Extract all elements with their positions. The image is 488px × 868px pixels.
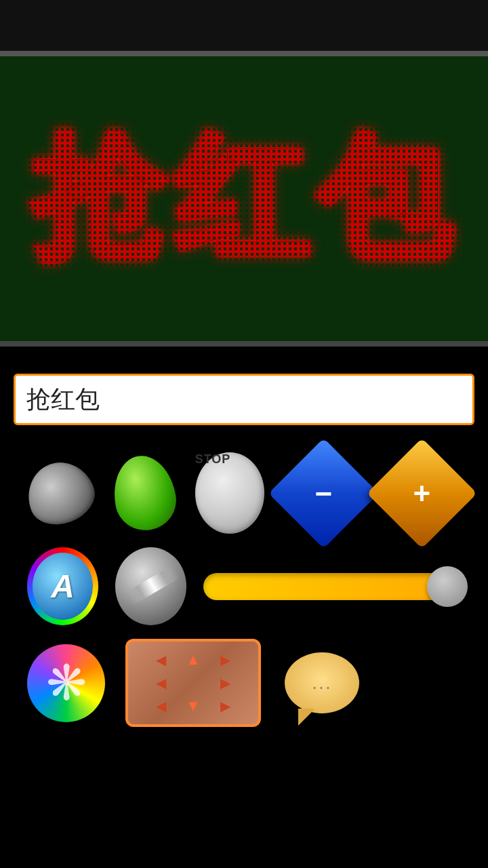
speed-stripe [125, 565, 180, 605]
arrow-down-left: ◀ [146, 695, 176, 717]
green-button[interactable] [108, 451, 180, 535]
arrow-mid-right: ▶ [210, 672, 241, 694]
stop-label: STOP [195, 452, 231, 466]
arrow-bottom-center: ▼ [178, 695, 208, 717]
separator-top [0, 51, 488, 56]
arrow-up-left: ◀ [146, 649, 176, 671]
led-display-panel: 抢红包 [0, 56, 488, 341]
arrow-up-icon: ▲ [186, 651, 201, 669]
led-display-text: 抢红包 [30, 107, 458, 290]
expand-button[interactable]: ◀ ▲ ▶ ◀ ▶ ◀ [125, 639, 261, 727]
plus-icon: + [413, 478, 431, 508]
slider-track[interactable] [203, 573, 461, 600]
top-status-bar [0, 0, 488, 51]
arrow-top-center: ▲ [178, 649, 208, 671]
speed-button[interactable] [115, 547, 186, 625]
arrow-up-right: ▶ [210, 649, 241, 671]
arrow-lower-right-icon: ▶ [220, 698, 230, 714]
arrow-mid-right-icon: ▶ [220, 675, 230, 691]
arrow-lower-left-icon: ◀ [156, 698, 166, 714]
stop-button[interactable]: STOP [195, 452, 264, 534]
button-row-2: A [14, 547, 474, 625]
arrow-down-icon: ▼ [186, 697, 201, 715]
button-row-1: STOP − + [14, 446, 474, 540]
arrow-down-right: ▶ [210, 695, 241, 717]
chat-dots: ... [312, 672, 331, 694]
arrow-mid-left: ◀ [146, 672, 176, 694]
text-input-container[interactable] [14, 374, 474, 425]
minus-button[interactable]: − [268, 438, 379, 549]
chat-button[interactable]: ... [281, 642, 363, 724]
minus-diamond-wrapper: − [285, 452, 363, 534]
text-input[interactable] [26, 385, 462, 414]
stone-button[interactable] [19, 453, 102, 533]
plus-diamond-wrapper: + [383, 452, 461, 534]
colorful-a-button[interactable]: A [27, 547, 98, 625]
expand-arrows-grid: ◀ ▲ ▶ ◀ ▶ ◀ [146, 649, 241, 717]
slider-thumb[interactable] [427, 566, 468, 607]
button-row-3: ◀ ▲ ▶ ◀ ▶ ◀ [14, 639, 474, 727]
arrow-upper-right-icon: ▶ [220, 652, 230, 668]
separator-bottom [0, 341, 488, 347]
slider-container[interactable] [203, 547, 461, 625]
colorful-a-icon: A [51, 568, 75, 605]
flower-button[interactable] [27, 644, 105, 722]
controls-area: STOP − + A [0, 347, 488, 741]
plus-button[interactable]: + [367, 438, 477, 549]
arrow-center [178, 672, 208, 694]
chat-bubble-icon: ... [285, 652, 359, 713]
arrow-upper-left-icon: ◀ [156, 652, 166, 668]
minus-icon: − [315, 478, 333, 508]
arrow-mid-left-icon: ◀ [156, 675, 166, 691]
